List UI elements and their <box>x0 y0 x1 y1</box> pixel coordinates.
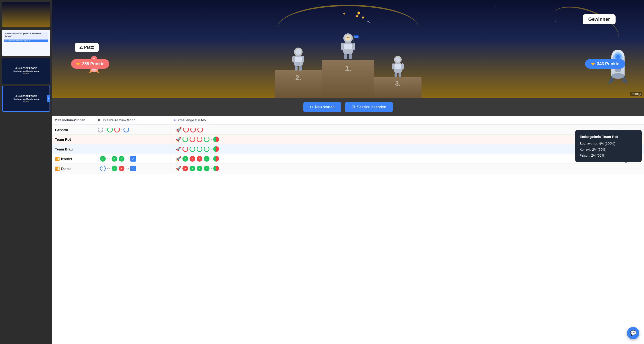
podium: 2. <box>52 33 644 98</box>
check-green-2: ✓ <box>112 156 117 162</box>
podium-second: 2. <box>274 47 322 98</box>
row-gesamt: Gesamt • • • 🚀 <box>52 125 644 135</box>
team-rot-module-icons <box>95 135 170 144</box>
check-green-7: ✓ <box>190 166 195 171</box>
check-green-5: ✓ <box>204 156 210 162</box>
chat-icon: 💬 <box>630 330 636 336</box>
header-participants: 2 Teilnehmer*innen <box>52 116 95 125</box>
gesamt-challenge-icons: • 🚀 <box>170 125 644 135</box>
svg-rect-45 <box>398 73 401 77</box>
confetti-shapes <box>301 9 396 33</box>
svg-rect-43 <box>401 63 404 70</box>
demo-module-icons: • ? • • ✓ ✕ • • ✓ <box>95 164 170 173</box>
slide-thumb-1[interactable] <box>2 2 50 28</box>
spinner-green-3 <box>204 137 210 142</box>
spinner-red-5 <box>190 137 195 142</box>
wifi-icon-learner: 📶 <box>55 157 60 161</box>
x-red-4: ✕ <box>182 166 188 171</box>
header-challenge: ✂ Challenge zur Mo... <box>170 116 644 125</box>
game-screen: 2. <box>52 0 644 98</box>
check-green-8: ✓ <box>197 166 202 171</box>
learner-label-cell: 📶 learner <box>52 154 95 164</box>
row-learner: 📶 learner • ✓ • • ✓ ✓ • • ✓ <box>52 154 644 164</box>
svg-rect-19 <box>295 57 302 62</box>
winner-points: ★ 346 Punkte <box>585 59 625 69</box>
learner-module-icons: • ✓ • • ✓ ✓ • • ✓ <box>95 154 170 164</box>
team-rot-challenge-icons: • 🚀 • <box>170 135 644 144</box>
table-header: 2 Teilnehmer*innen 🖥 Die Reise zum Mond … <box>52 116 644 125</box>
second-points: ★ 258 Punkte <box>71 59 109 69</box>
pie-chart-demo <box>213 166 219 171</box>
podium-first: 1. <box>322 33 374 98</box>
winner-banner: Gewinner <box>583 14 616 24</box>
svg-rect-44 <box>394 73 397 77</box>
row-demo: 📶 Demo • ? • • ✓ ✕ • • ✓ <box>52 164 644 173</box>
restart-button[interactable]: ↺ Neu starten <box>303 102 341 112</box>
chat-button[interactable]: 💬 <box>627 327 639 339</box>
spinner-red-3 <box>190 127 196 133</box>
spinner-green-6 <box>204 146 210 152</box>
podium-third: 3. <box>374 55 422 98</box>
podium-2-label: 2. <box>295 74 301 82</box>
x-red-1: ✕ <box>190 156 195 162</box>
slide-4-title: CHALLENGE PROBE <box>16 95 37 97</box>
end-session-button[interactable]: ☑ Session beenden <box>345 102 393 112</box>
header-module: 🖥 Die Reise zum Mond <box>95 116 170 125</box>
demo-label-cell: 📶 Demo <box>52 164 95 173</box>
svg-rect-20 <box>292 56 295 62</box>
pie-chart-blau <box>213 146 219 152</box>
slide-thumb-3[interactable]: CHALLENGE PROBE Challenge zur Mondlandun… <box>2 58 50 84</box>
svg-rect-37 <box>354 35 358 36</box>
game-code: GXKQ <box>630 92 642 96</box>
svg-point-27 <box>347 37 348 38</box>
svg-rect-42 <box>392 63 394 70</box>
spinner-green-2 <box>182 137 188 142</box>
gesamt-module-icons: • • <box>95 125 170 135</box>
rocket-orange-learner: 🚀 <box>176 156 181 161</box>
slide-arrow: ▶ <box>47 95 50 102</box>
slide-thumb-4[interactable]: CHALLENGE PROBE Challenge zur Mondlandun… <box>2 86 50 112</box>
svg-rect-22 <box>295 66 298 71</box>
check-green-9: ✓ <box>204 166 210 171</box>
checkbox-learner: ✓ <box>130 156 136 162</box>
svg-point-39 <box>396 57 400 62</box>
row-team-blau: Team Blau • 🚀 • <box>52 144 644 154</box>
svg-rect-34 <box>349 54 352 59</box>
spinner-red-7 <box>182 146 188 152</box>
team-rot-label: Team Rot <box>52 135 95 144</box>
x-red-2: ✕ <box>197 156 202 162</box>
spinner-red-4 <box>197 127 203 133</box>
check-green-3: ✓ <box>119 156 124 162</box>
results-area: Endergebnis Team Rot Beantwortet: 4/4 (1… <box>52 116 644 344</box>
end-icon: ☑ <box>352 105 355 109</box>
check-green-4: ✓ <box>182 156 188 162</box>
rocket-gray-demo: 🚀 <box>176 166 181 171</box>
question-blue: ? <box>100 166 106 171</box>
slide-3-title: CHALLENGE PROBE <box>16 67 37 69</box>
spinner-gray-1 <box>98 127 103 133</box>
rocket-icon-1: 🚀 <box>176 127 182 133</box>
spinner-blue-1 <box>124 127 129 133</box>
slide-panel: Warum würdest du gerne auf dem Mond land… <box>0 0 52 344</box>
spinner-red-2 <box>183 127 189 133</box>
spinner-green-4 <box>190 146 195 152</box>
svg-rect-30 <box>344 44 352 49</box>
tooltip-team-rot: Endergebnis Team Rot Beantwortet: 4/4 (1… <box>575 130 642 162</box>
main-content: 2. <box>52 0 644 344</box>
x-red-3: ✕ <box>119 166 124 171</box>
podium-3-label: 3. <box>395 80 400 87</box>
check-green-6: ✓ <box>112 166 117 171</box>
spinner-green-5 <box>197 146 202 152</box>
star-icon-second: ★ <box>76 61 80 67</box>
rocket-gray-1: 🚀 <box>176 147 181 152</box>
svg-point-26 <box>346 36 350 40</box>
spinner-green-1 <box>107 127 113 133</box>
action-bar: ↺ Neu starten ☑ Session beenden <box>52 98 644 116</box>
learner-challenge-icons: • 🚀 ✓ ✕ ✕ ✓ • <box>170 154 644 164</box>
slide-thumb-2[interactable]: Warum würdest du gerne auf dem Mond land… <box>2 30 50 56</box>
gesamt-label: Gesamt <box>52 125 95 135</box>
pie-chart-rot <box>213 137 219 142</box>
svg-rect-33 <box>344 54 347 59</box>
rocket-orange-1: 🚀 <box>176 137 181 142</box>
star-icon-winner: ★ <box>591 61 595 67</box>
